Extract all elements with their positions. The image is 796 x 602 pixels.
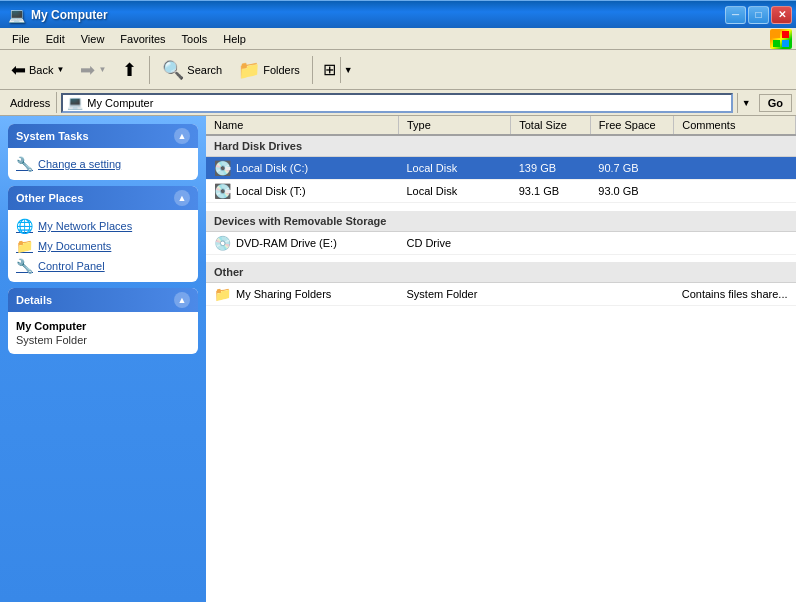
address-folder-icon: 💻 (67, 95, 83, 110)
system-tasks-chevron: ▲ (174, 128, 190, 144)
table-row[interactable]: 💽 Local Disk (C:) Local Disk 139 GB 90.7… (206, 157, 796, 180)
file-table: Name Type Total Size Free Space Comments… (206, 116, 796, 306)
details-header[interactable]: Details ▲ (8, 288, 198, 312)
col-type[interactable]: Type (398, 116, 510, 135)
close-button[interactable]: ✕ (771, 6, 792, 24)
address-dropdown-button[interactable]: ▼ (737, 93, 755, 113)
main-content: System Tasks ▲ 🔧 Change a setting Other … (0, 116, 796, 602)
svg-rect-1 (782, 31, 789, 38)
table-row[interactable]: 📁 My Sharing Folders System Folder Conta… (206, 283, 796, 306)
dvd-comments (674, 231, 796, 254)
disk-t-name: Local Disk (T:) (236, 185, 306, 197)
title-buttons: ─ □ ✕ (725, 6, 792, 24)
back-button[interactable]: ⬅ Back ▼ (4, 54, 71, 86)
address-value: My Computer (87, 97, 726, 109)
documents-icon: 📁 (16, 238, 33, 254)
menu-help[interactable]: Help (215, 31, 254, 47)
dvd-name: DVD-RAM Drive (E:) (236, 237, 337, 249)
section-removable: Devices with Removable Storage (206, 211, 796, 232)
menu-view[interactable]: View (73, 31, 113, 47)
file-name-cell: 💽 Local Disk (T:) (206, 180, 398, 203)
sharing-free (590, 283, 673, 306)
other-places-chevron: ▲ (174, 190, 190, 206)
my-documents-label: My Documents (38, 240, 111, 252)
menu-bar: File Edit View Favorites Tools Help (0, 28, 796, 50)
toolbar: ⬅ Back ▼ ➡ ▼ ⬆ 🔍 Search 📁 Folders ⊞ ▼ (0, 50, 796, 90)
system-tasks-label: System Tasks (16, 130, 89, 142)
change-setting-label: Change a setting (38, 158, 121, 170)
dvd-type: CD Drive (398, 231, 510, 254)
views-button[interactable]: ⊞ ▼ (318, 56, 357, 84)
network-icon: 🌐 (16, 218, 33, 234)
file-list[interactable]: Name Type Total Size Free Space Comments… (206, 116, 796, 602)
disk-c-icon: 💽 (214, 160, 231, 176)
go-button[interactable]: Go (759, 94, 792, 112)
disk-t-type: Local Disk (398, 180, 510, 203)
table-row[interactable]: 💽 Local Disk (T:) Local Disk 93.1 GB 93.… (206, 180, 796, 203)
disk-c-name: Local Disk (C:) (236, 162, 308, 174)
change-setting-link[interactable]: 🔧 Change a setting (12, 154, 194, 174)
my-documents-link[interactable]: 📁 My Documents (12, 236, 194, 256)
folders-label: Folders (263, 64, 300, 76)
details-title: My Computer (16, 320, 190, 332)
toolbar-separator-1 (149, 56, 150, 84)
sharing-comments: Contains files share... (674, 283, 796, 306)
file-name-cell: 💿 DVD-RAM Drive (E:) (206, 231, 398, 254)
up-icon: ⬆ (122, 59, 137, 81)
menu-tools[interactable]: Tools (174, 31, 216, 47)
control-panel-label: Control Panel (38, 260, 105, 272)
section-other-label: Other (206, 262, 796, 283)
other-places-label: Other Places (16, 192, 83, 204)
up-button[interactable]: ⬆ (115, 54, 144, 86)
back-icon: ⬅ (11, 59, 26, 81)
windows-logo (770, 29, 792, 49)
section-hard-disks-label: Hard Disk Drives (206, 135, 796, 157)
search-icon: 🔍 (162, 59, 184, 81)
sharing-name: My Sharing Folders (236, 288, 331, 300)
table-row[interactable]: 💿 DVD-RAM Drive (E:) CD Drive (206, 231, 796, 254)
details-chevron: ▲ (174, 292, 190, 308)
toolbar-separator-2 (312, 56, 313, 84)
disk-c-total: 139 GB (511, 157, 591, 180)
col-free-space[interactable]: Free Space (590, 116, 673, 135)
other-places-header[interactable]: Other Places ▲ (8, 186, 198, 210)
control-panel-icon: 🔧 (16, 258, 33, 274)
menu-favorites[interactable]: Favorites (112, 31, 173, 47)
section-removable-label: Devices with Removable Storage (206, 211, 796, 232)
minimize-button[interactable]: ─ (725, 6, 746, 24)
title-bar: 💻 My Computer ─ □ ✕ (0, 0, 796, 28)
system-tasks-header[interactable]: System Tasks ▲ (8, 124, 198, 148)
window-icon: 💻 (8, 7, 25, 23)
disk-t-icon: 💽 (214, 183, 231, 199)
forward-dropdown-arrow: ▼ (98, 65, 106, 74)
disk-t-total: 93.1 GB (511, 180, 591, 203)
address-input[interactable]: 💻 My Computer (61, 93, 732, 113)
title-bar-left: 💻 My Computer (8, 7, 108, 23)
my-network-places-link[interactable]: 🌐 My Network Places (12, 216, 194, 236)
system-tasks-section: System Tasks ▲ 🔧 Change a setting (8, 124, 198, 180)
maximize-button[interactable]: □ (748, 6, 769, 24)
disk-t-free: 93.0 GB (590, 180, 673, 203)
col-total-size[interactable]: Total Size (511, 116, 591, 135)
sharing-type: System Folder (398, 283, 510, 306)
svg-rect-2 (773, 40, 780, 47)
views-icon: ⊞ (319, 56, 340, 83)
menu-edit[interactable]: Edit (38, 31, 73, 47)
col-comments[interactable]: Comments (674, 116, 796, 135)
details-body: My Computer System Folder (8, 312, 198, 354)
address-label: Address (4, 92, 57, 113)
search-button[interactable]: 🔍 Search (155, 54, 229, 86)
address-bar: Address 💻 My Computer ▼ Go (0, 90, 796, 116)
disk-c-comments (674, 157, 796, 180)
other-places-body: 🌐 My Network Places 📁 My Documents 🔧 Con… (8, 210, 198, 282)
dvd-icon: 💿 (214, 235, 231, 251)
menu-file[interactable]: File (4, 31, 38, 47)
control-panel-link[interactable]: 🔧 Control Panel (12, 256, 194, 276)
dvd-free (590, 231, 673, 254)
folders-button[interactable]: 📁 Folders (231, 54, 307, 86)
file-table-header: Name Type Total Size Free Space Comments (206, 116, 796, 135)
svg-rect-3 (782, 40, 789, 47)
details-section: Details ▲ My Computer System Folder (8, 288, 198, 354)
forward-button[interactable]: ➡ ▼ (73, 54, 113, 86)
col-name[interactable]: Name (206, 116, 398, 135)
